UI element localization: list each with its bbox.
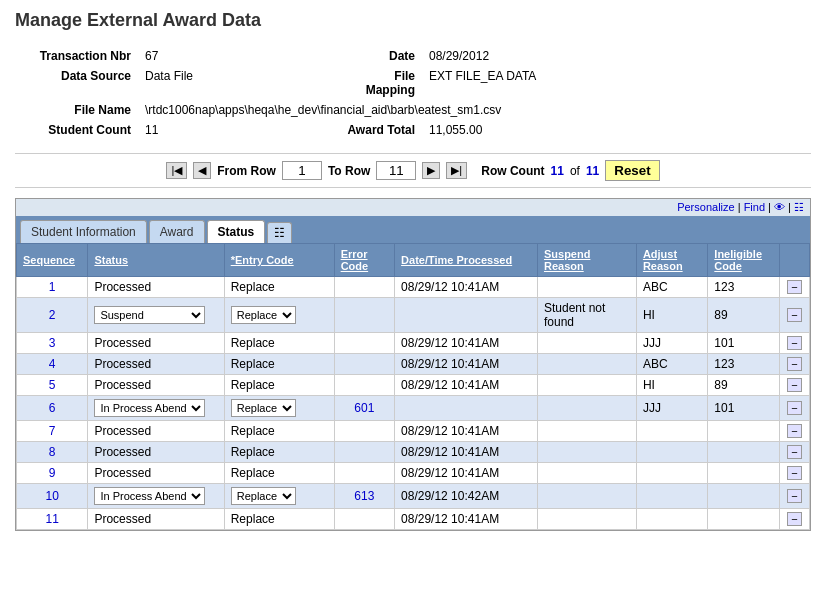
cell-entry-code[interactable]: ReplaceAddDelete: [224, 396, 334, 421]
status-select[interactable]: ProcessedSuspendIn Process Abend: [94, 306, 205, 324]
error-code-link[interactable]: 601: [354, 401, 374, 415]
delete-row-button[interactable]: −: [787, 512, 801, 526]
cell-entry-code[interactable]: ReplaceAddDelete: [224, 298, 334, 333]
cell-error-code: [334, 277, 394, 298]
sequence-link[interactable]: 1: [49, 280, 56, 294]
entry-code-select[interactable]: ReplaceAddDelete: [231, 399, 296, 417]
sequence-link[interactable]: 7: [49, 424, 56, 438]
col-header-status[interactable]: Status: [88, 244, 224, 277]
tab-icon[interactable]: ☷: [267, 222, 292, 243]
find-link[interactable]: Find: [744, 201, 765, 213]
col-header-error-code[interactable]: Error Code: [334, 244, 394, 277]
tab-status[interactable]: Status: [207, 220, 266, 243]
col-header-entry-code[interactable]: *Entry Code: [224, 244, 334, 277]
delete-row-button[interactable]: −: [787, 445, 801, 459]
cell-action[interactable]: −: [779, 333, 809, 354]
cell-error-code: [334, 442, 394, 463]
delete-row-button[interactable]: −: [787, 424, 801, 438]
cell-status: Processed: [88, 333, 224, 354]
cell-sequence: 7: [17, 421, 88, 442]
grid-icon-link[interactable]: ☷: [794, 201, 804, 213]
delete-row-button[interactable]: −: [787, 466, 801, 480]
cell-error-code[interactable]: 613: [334, 484, 394, 509]
cell-ineligible-code: [708, 463, 779, 484]
cell-adjust-reason: [636, 484, 707, 509]
cell-datetime: 08/29/12 10:41AM: [395, 509, 538, 530]
to-row-input[interactable]: [376, 161, 416, 180]
cell-action[interactable]: −: [779, 396, 809, 421]
sequence-link[interactable]: 4: [49, 357, 56, 371]
view-icon-link[interactable]: 👁: [774, 201, 785, 213]
sequence-link[interactable]: 9: [49, 466, 56, 480]
cell-ineligible-code: 123: [708, 277, 779, 298]
cell-error-code: [334, 375, 394, 396]
col-header-sequence[interactable]: Sequence: [17, 244, 88, 277]
status-select[interactable]: ProcessedSuspendIn Process Abend: [94, 399, 205, 417]
cell-error-code: [334, 421, 394, 442]
tab-award[interactable]: Award: [149, 220, 205, 243]
sequence-link[interactable]: 11: [46, 512, 59, 526]
reset-button[interactable]: Reset: [605, 160, 659, 181]
status-select[interactable]: ProcessedSuspendIn Process Abend: [94, 487, 205, 505]
cell-datetime: [395, 396, 538, 421]
from-row-input[interactable]: [282, 161, 322, 180]
sequence-link[interactable]: 8: [49, 445, 56, 459]
delete-row-button[interactable]: −: [787, 308, 801, 322]
entry-code-select[interactable]: ReplaceAddDelete: [231, 487, 296, 505]
cell-action[interactable]: −: [779, 354, 809, 375]
col-header-datetime[interactable]: Date/Time Processed: [395, 244, 538, 277]
delete-row-button[interactable]: −: [787, 489, 801, 503]
col-header-adjust-reason[interactable]: Adjust Reason: [636, 244, 707, 277]
cell-ineligible-code: 101: [708, 396, 779, 421]
delete-row-button[interactable]: −: [787, 357, 801, 371]
cell-status: Processed: [88, 421, 224, 442]
cell-action[interactable]: −: [779, 484, 809, 509]
cell-datetime: [395, 298, 538, 333]
col-header-suspend-reason[interactable]: Suspend Reason: [537, 244, 636, 277]
data-grid: Sequence Status *Entry Code Error Code D…: [16, 243, 810, 530]
cell-entry-code[interactable]: ReplaceAddDelete: [224, 484, 334, 509]
tab-student-information[interactable]: Student Information: [20, 220, 147, 243]
delete-row-button[interactable]: −: [787, 378, 801, 392]
sequence-link[interactable]: 6: [49, 401, 56, 415]
grid-container: Personalize | Find | 👁 | ☷ Student Infor…: [15, 198, 811, 531]
cell-error-code[interactable]: 601: [334, 396, 394, 421]
sequence-link[interactable]: 5: [49, 378, 56, 392]
personalize-link[interactable]: Personalize: [677, 201, 734, 213]
cell-adjust-reason: [636, 509, 707, 530]
delete-row-button[interactable]: −: [787, 280, 801, 294]
date-label: Date: [341, 47, 421, 65]
filename-value: \rtdc1006nap\apps\heqa\he_dev\financial_…: [139, 101, 809, 119]
delete-row-button[interactable]: −: [787, 336, 801, 350]
entry-code-select[interactable]: ReplaceAddDelete: [231, 306, 296, 324]
col-header-ineligible-code[interactable]: Ineligible Code: [708, 244, 779, 277]
cell-sequence: 1: [17, 277, 88, 298]
cell-suspend-reason: Student not found: [537, 298, 636, 333]
cell-error-code: [334, 354, 394, 375]
sequence-link[interactable]: 10: [46, 489, 59, 503]
next-page-button[interactable]: ▶: [422, 162, 440, 179]
last-page-button[interactable]: ▶|: [446, 162, 467, 179]
cell-status[interactable]: ProcessedSuspendIn Process Abend: [88, 484, 224, 509]
sequence-link[interactable]: 2: [49, 308, 56, 322]
cell-action[interactable]: −: [779, 421, 809, 442]
sequence-link[interactable]: 3: [49, 336, 56, 350]
delete-row-button[interactable]: −: [787, 401, 801, 415]
table-row: 2ProcessedSuspendIn Process AbendReplace…: [17, 298, 810, 333]
cell-action[interactable]: −: [779, 375, 809, 396]
cell-action[interactable]: −: [779, 442, 809, 463]
cell-status[interactable]: ProcessedSuspendIn Process Abend: [88, 396, 224, 421]
cell-status[interactable]: ProcessedSuspendIn Process Abend: [88, 298, 224, 333]
error-code-link[interactable]: 613: [354, 489, 374, 503]
cell-action[interactable]: −: [779, 509, 809, 530]
cell-adjust-reason: JJJ: [636, 396, 707, 421]
cell-datetime: 08/29/12 10:42AM: [395, 484, 538, 509]
prev-page-button[interactable]: ◀: [193, 162, 211, 179]
cell-action[interactable]: −: [779, 298, 809, 333]
first-page-button[interactable]: |◀: [166, 162, 187, 179]
cell-action[interactable]: −: [779, 277, 809, 298]
cell-entry-code: Replace: [224, 354, 334, 375]
table-row: 7ProcessedReplace08/29/12 10:41AM−: [17, 421, 810, 442]
cell-adjust-reason: ABC: [636, 354, 707, 375]
cell-action[interactable]: −: [779, 463, 809, 484]
